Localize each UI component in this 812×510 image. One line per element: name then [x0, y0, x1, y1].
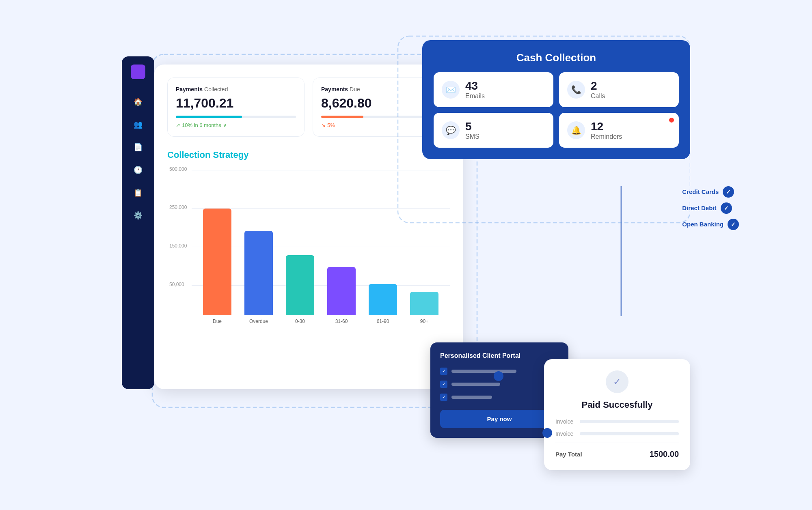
- payment-method-item: Direct Debit ✓: [682, 202, 739, 214]
- chart-bar-label: 0-30: [295, 318, 305, 324]
- payments-collected-card: Payments Collected 11,700.21 ↗ 10% in 6 …: [167, 77, 304, 137]
- paid-check-icon: ✓: [606, 370, 628, 393]
- stat-number: 12: [591, 120, 622, 133]
- payments-collected-label: Payments Collected: [176, 86, 296, 93]
- paid-title: Paid Succesfully: [555, 400, 679, 410]
- stat-number: 5: [465, 120, 479, 133]
- chart-bars: DueOverdue0-3031-6061-9090+: [192, 170, 450, 324]
- chart-bar-label: 61-90: [377, 318, 389, 324]
- portal-line-1: [451, 370, 516, 373]
- notification-dot: [669, 118, 674, 123]
- chart-bar-label: 31-60: [335, 318, 348, 324]
- paid-invoice-label-2: Invoice: [555, 430, 573, 437]
- chart-bar-group: Due: [200, 209, 235, 324]
- connector-dot-1: [494, 371, 503, 381]
- payment-method-item: Credit Cards ✓: [682, 186, 739, 198]
- stat-item: 📞2Calls: [559, 72, 679, 107]
- paid-invoice-label-1: Invoice: [555, 418, 573, 425]
- stat-label: Reminders: [591, 133, 622, 140]
- paid-total-row: Pay Total 1500.00: [555, 443, 679, 459]
- chart-bar-group: 61-90: [365, 284, 400, 324]
- stats-grid: ✉️43Emails📞2Calls💬5SMS🔔12Reminders: [434, 72, 679, 148]
- paid-successfully-card: ✓ Paid Succesfully Invoice Invoice Pay T…: [544, 359, 690, 470]
- payments-collected-amount: 11,700.21: [176, 96, 296, 111]
- stat-item: ✉️43Emails: [434, 72, 553, 107]
- chart-bar-label: 90+: [420, 318, 428, 324]
- stat-label: SMS: [465, 133, 479, 140]
- portal-checkbox-1[interactable]: ✓: [440, 368, 447, 375]
- payment-method-item: Open Banking ✓: [682, 219, 739, 230]
- stat-icon: 💬: [442, 121, 460, 139]
- collected-trend: ↗ 10% in 6 months ∨: [176, 122, 296, 128]
- check-badge: ✓: [723, 186, 734, 198]
- stat-item: 🔔12Reminders: [559, 113, 679, 148]
- sidebar-icon-reports[interactable]: 📋: [132, 186, 145, 199]
- due-progress-fill: [321, 116, 363, 118]
- payment-methods-list: Credit Cards ✓Direct Debit ✓Open Banking…: [682, 186, 739, 230]
- chart-bar: [286, 255, 314, 315]
- cash-collection-panel: Cash Collection ✉️43Emails📞2Calls💬5SMS🔔1…: [422, 40, 690, 159]
- chart-title: Collection Strategy: [167, 150, 450, 160]
- chart-bar: [410, 292, 438, 315]
- trend-up-icon: ↗: [176, 122, 180, 128]
- chart-bar-group: 31-60: [324, 267, 359, 324]
- stat-number: 2: [591, 80, 605, 93]
- stat-number: 43: [465, 80, 485, 93]
- chart-bar-label: Due: [213, 318, 222, 324]
- portal-line-3: [451, 396, 492, 399]
- chart-bar-group: Overdue: [241, 231, 276, 324]
- chart-bar: [369, 284, 397, 315]
- check-badge: ✓: [728, 219, 739, 230]
- paid-total-label: Pay Total: [555, 451, 582, 458]
- stat-text: 43Emails: [465, 80, 485, 100]
- portal-title: Personalised Client Portal: [440, 352, 559, 359]
- chart-bar: [327, 267, 356, 315]
- portal-checkbox-3[interactable]: ✓: [440, 394, 447, 401]
- stat-text: 2Calls: [591, 80, 605, 100]
- stat-icon: 📞: [567, 81, 585, 99]
- cash-collection-title: Cash Collection: [434, 52, 679, 64]
- chart-bar: [244, 231, 273, 315]
- chevron-down-icon: ∨: [223, 122, 227, 128]
- chart-bar: [203, 209, 231, 315]
- sidebar-icon-users[interactable]: 👥: [132, 118, 145, 131]
- stat-icon: 🔔: [567, 121, 585, 139]
- payments-row: Payments Collected 11,700.21 ↗ 10% in 6 …: [167, 77, 450, 137]
- chart-bar-group: 90+: [407, 292, 442, 324]
- check-badge: ✓: [721, 202, 732, 214]
- chart-bar-group: 0-30: [283, 255, 317, 324]
- connector-dot-2: [542, 428, 552, 438]
- sidebar-icon-home[interactable]: 🏠: [132, 95, 145, 108]
- sidebar-icon-docs[interactable]: 📄: [132, 141, 145, 154]
- stat-icon: ✉️: [442, 81, 460, 99]
- stat-label: Calls: [591, 93, 605, 100]
- stat-label: Emails: [465, 93, 485, 100]
- sidebar-icon-settings[interactable]: ⚙️: [132, 209, 145, 222]
- sidebar: 🏠 👥 📄 🕐 📋 ⚙️: [122, 56, 154, 389]
- collected-progress-fill: [176, 116, 242, 118]
- sidebar-logo: [131, 65, 145, 79]
- chart-bar-label: Overdue: [249, 318, 268, 324]
- portal-item-3: ✓: [440, 394, 559, 401]
- paid-invoice-line-1: [580, 420, 679, 423]
- portal-line-2: [451, 383, 500, 386]
- stat-text: 12Reminders: [591, 120, 622, 140]
- stat-item: 💬5SMS: [434, 113, 553, 148]
- stat-text: 5SMS: [465, 120, 479, 140]
- paid-total-amount: 1500.00: [650, 450, 679, 459]
- sidebar-icon-clock[interactable]: 🕐: [132, 164, 145, 176]
- paid-invoice-row-1: Invoice: [555, 418, 679, 425]
- chart-area: 500,000 250,000 150,000 50,000 DueOverdu…: [167, 170, 450, 340]
- portal-item-2: ✓: [440, 381, 559, 388]
- paid-invoice-row-2: Invoice: [555, 430, 679, 437]
- portal-checkbox-2[interactable]: ✓: [440, 381, 447, 388]
- trend-down-icon: ↘: [321, 122, 326, 128]
- pay-now-button[interactable]: Pay now: [440, 410, 559, 428]
- main-dashboard-card: Payments Collected 11,700.21 ↗ 10% in 6 …: [154, 65, 463, 389]
- collected-progress-bg: [176, 116, 296, 118]
- paid-invoice-line-2: [580, 432, 679, 435]
